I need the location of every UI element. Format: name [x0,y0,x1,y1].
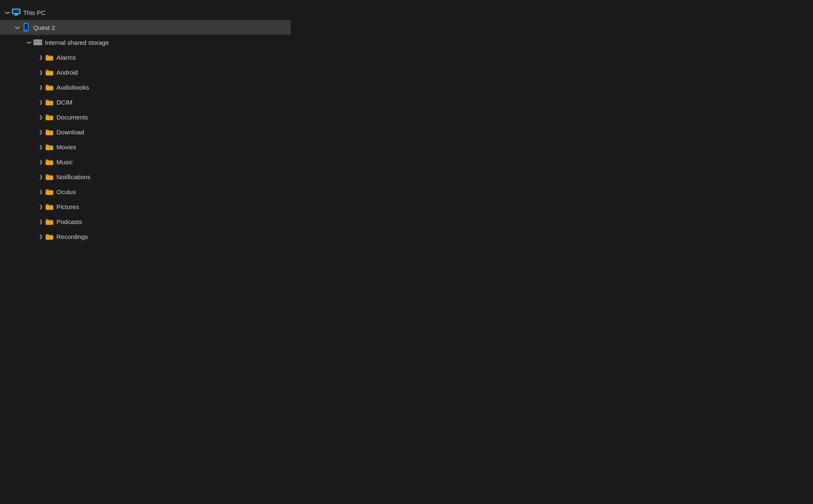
this-pc-chevron[interactable] [3,8,12,17]
folder-item[interactable]: DCIM [0,95,291,110]
folder-item[interactable]: Music [0,154,291,169]
folder-chevron[interactable] [37,187,45,196]
folder-icon [45,217,54,226]
folder-chevron[interactable] [37,68,45,76]
svg-rect-2 [15,14,17,15]
folder-item[interactable]: Documents [0,110,291,124]
internal-storage-chevron[interactable] [25,38,33,46]
this-pc-label: This PC [23,9,45,16]
folder-chevron[interactable] [37,113,45,121]
folder-label: DCIM [56,99,72,106]
folder-icon [45,68,54,77]
folder-item[interactable]: Movies [0,139,291,154]
folder-icon [45,202,54,211]
folder-label: Android [56,69,78,76]
folder-item[interactable]: Recordings [0,229,291,244]
folder-icon [45,232,54,241]
svg-rect-5 [24,24,28,30]
folder-item[interactable]: Notifications [0,169,291,184]
svg-rect-11 [34,42,39,43]
folder-item[interactable]: Audiobooks [0,80,291,95]
folder-chevron[interactable] [37,232,45,241]
quest2-item[interactable]: Quest 2 [0,20,291,35]
folder-chevron[interactable] [37,217,45,226]
folder-label: Notifications [56,173,91,180]
folder-item[interactable]: Pictures [0,199,291,214]
folder-item[interactable]: Android [0,65,291,80]
this-pc-item[interactable]: This PC [0,5,291,20]
folder-chevron[interactable] [37,53,45,61]
internal-storage-label: Internal shared storage [45,39,109,46]
quest2-chevron[interactable] [13,23,22,32]
folder-item[interactable]: Alarms [0,50,291,65]
folder-icon [45,157,54,166]
folder-label: Pictures [56,203,79,210]
folder-icon [45,127,54,136]
folder-chevron[interactable] [37,158,45,166]
folder-chevron[interactable] [37,173,45,181]
folder-chevron[interactable] [37,143,45,151]
folder-label: Recordings [56,233,88,240]
svg-point-10 [40,42,41,43]
folder-chevron[interactable] [37,98,45,106]
folder-label: Documents [56,114,88,121]
folder-icon [45,142,54,151]
folder-label: Download [56,129,84,136]
folder-label: Oculus [56,188,76,195]
folder-icon [45,53,54,62]
folder-icon [45,112,54,122]
svg-rect-3 [14,15,18,16]
folder-icon [45,97,54,107]
folders-list: Alarms Android Audiobook [0,50,291,244]
internal-storage-item[interactable]: Internal shared storage [0,35,291,50]
folder-icon [45,83,54,92]
folder-label: Audiobooks [56,84,89,91]
folder-label: Music [56,158,73,166]
folder-item[interactable]: Download [0,124,291,139]
folder-chevron[interactable] [37,83,45,91]
svg-point-6 [26,30,27,31]
folder-icon [45,187,54,196]
folder-chevron[interactable] [37,202,45,211]
folder-label: Alarms [56,54,76,61]
folder-label: Movies [56,144,76,151]
svg-rect-1 [13,10,20,13]
quest2-label: Quest 2 [33,24,55,31]
folder-item[interactable]: Oculus [0,184,291,199]
svg-rect-12 [34,41,37,41]
file-tree: This PC Quest 2 [0,0,291,249]
quest2-icon [22,23,31,32]
folder-icon [45,172,54,181]
folder-item[interactable]: Podcasts [0,214,291,229]
folder-chevron[interactable] [37,128,45,136]
internal-storage-icon [33,38,42,47]
folder-label: Podcasts [56,218,82,225]
this-pc-icon [12,8,21,17]
